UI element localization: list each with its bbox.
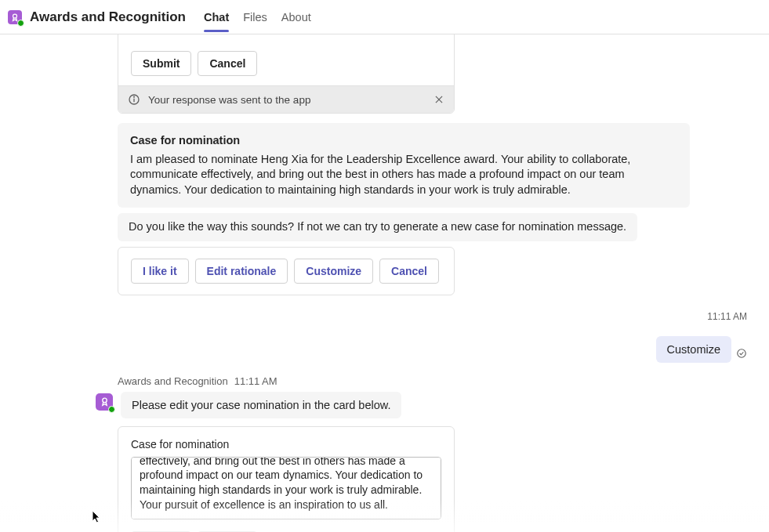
svg-point-3	[134, 96, 135, 97]
response-sent-text: Your response was sent to the app	[148, 94, 310, 106]
read-receipt-icon	[736, 344, 747, 363]
tab-files[interactable]: Files	[236, 3, 274, 31]
app-avatar	[8, 10, 22, 24]
svg-point-6	[738, 349, 746, 358]
app-header: Awards and Recognition Chat Files About	[0, 0, 769, 34]
bot-prompt-bubble: Please edit your case nomination in the …	[121, 392, 401, 418]
user-timestamp: 11:11 AM	[9, 311, 760, 322]
presence-available-icon	[108, 406, 115, 413]
user-bubble: Customize	[656, 336, 732, 363]
svg-point-7	[102, 398, 106, 402]
followup-text: Do you like the way this sounds? If not …	[129, 220, 626, 233]
tab-about[interactable]: About	[274, 3, 318, 31]
user-message-text: Customize	[667, 343, 721, 356]
bot-header-line: Awards and Recognition 11:11 AM	[118, 375, 760, 387]
bot-avatar	[96, 393, 113, 411]
chat-area: Submit Cancel Your response was sent to …	[0, 34, 769, 532]
bot-name: Awards and Recognition	[118, 375, 228, 387]
presence-available-icon	[17, 20, 24, 27]
top-submit-card: Submit Cancel Your response was sent to …	[118, 34, 455, 114]
submit-button[interactable]: Submit	[131, 51, 191, 76]
info-icon	[128, 93, 140, 106]
close-icon[interactable]	[433, 94, 444, 105]
action-cancel-button[interactable]: Cancel	[379, 259, 439, 284]
cancel-button[interactable]: Cancel	[198, 51, 257, 76]
bot-prompt-text: Please edit your case nomination in the …	[132, 399, 390, 411]
nomination-bubble: Case for nomination I am pleased to nomi…	[118, 123, 690, 208]
action-card: I like it Edit rationale Customize Cance…	[118, 247, 455, 295]
response-sent-bar: Your response was sent to the app	[118, 85, 454, 113]
nomination-body: I am pleased to nominate Heng Xia for th…	[130, 152, 677, 198]
edit-nomination-card: Case for nomination Submit Cancel Your r…	[118, 426, 455, 532]
nomination-heading: Case for nomination	[130, 133, 677, 149]
like-button[interactable]: I like it	[131, 259, 189, 284]
followup-bubble: Do you like the way this sounds? If not …	[118, 213, 637, 241]
app-title: Awards and Recognition	[30, 9, 186, 25]
edit-card-label: Case for nomination	[131, 438, 441, 451]
customize-button[interactable]: Customize	[294, 259, 373, 284]
edit-rationale-button[interactable]: Edit rationale	[195, 259, 288, 284]
nomination-textarea[interactable]	[131, 457, 441, 519]
tab-chat[interactable]: Chat	[197, 3, 236, 31]
svg-point-0	[13, 14, 17, 18]
bot-timestamp: 11:11 AM	[234, 375, 277, 387]
